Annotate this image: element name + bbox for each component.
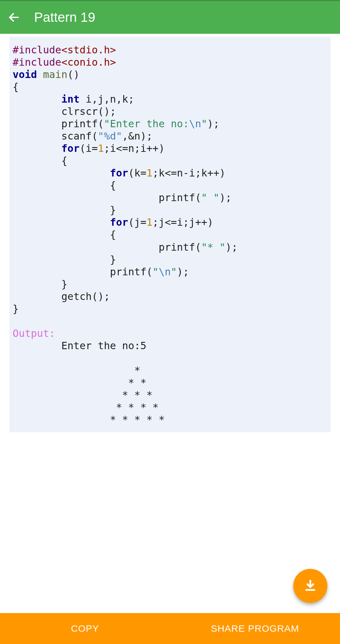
code-text: k<=n-i;k++ [158,167,219,179]
fn-scanf: scanf [61,130,92,142]
str: " " [201,192,219,204]
preproc: #include [13,44,61,56]
fn-printf: printf [158,192,195,204]
kw-void: void [13,69,37,80]
app-bar: Pattern 19 [0,1,340,34]
kw-int: int [61,93,80,105]
output-line: Enter the no:5 [61,340,146,352]
esc: \n [158,266,171,278]
page-title: Pattern 19 [34,10,95,25]
fn-printf: printf [61,118,98,130]
fmt: "%d" [98,130,122,142]
kw-for: for [110,167,128,179]
output-line: * [110,364,140,376]
str: "Enter the no: [104,118,189,130]
fn-getch: getch [61,290,92,302]
include-header: <conio.h> [61,56,116,68]
code-text: ; [152,216,158,228]
content-area[interactable]: #include<stdio.h> #include<conio.h> void… [0,34,340,613]
code-text: k= [134,167,146,179]
share-button[interactable]: SHARE PROGRAM [170,613,340,644]
fn-clrscr: clrscr [61,105,98,117]
str: " [201,118,207,130]
num: 1 [98,142,104,154]
num: 1 [146,216,152,228]
output-line: * * [110,377,146,389]
output-line: * * * * [110,401,158,413]
code-text: i<=n;i++ [110,142,158,154]
num: 1 [146,167,152,179]
fn-printf: printf [158,241,195,253]
output-line: * * * * * [110,414,164,426]
code-text: ; [104,142,110,154]
code-text: j<=i;j++ [158,216,207,228]
output-label: Output: [13,327,55,339]
copy-button[interactable]: COPY [0,613,170,644]
fn-printf: printf [110,266,146,278]
kw-for: for [61,142,80,154]
fn-main: main [43,69,67,80]
output-line: * * * [110,389,152,401]
code-text: ; [152,167,158,179]
include-header: <stdio.h> [61,44,116,56]
preproc: #include [13,56,61,68]
bottom-bar: COPY SHARE PROGRAM [0,613,340,644]
kw-for: for [110,216,128,228]
code-text: i= [86,142,98,154]
code-text: ,&n [122,130,140,142]
esc: \n [189,118,201,130]
download-icon [303,579,317,593]
code-text: i,j,n,k; [80,93,134,105]
code-block: #include<stdio.h> #include<conio.h> void… [9,37,331,432]
code-text: j= [134,216,146,228]
download-fab[interactable] [293,569,327,603]
str: "* " [201,241,225,253]
back-icon[interactable] [6,10,21,25]
